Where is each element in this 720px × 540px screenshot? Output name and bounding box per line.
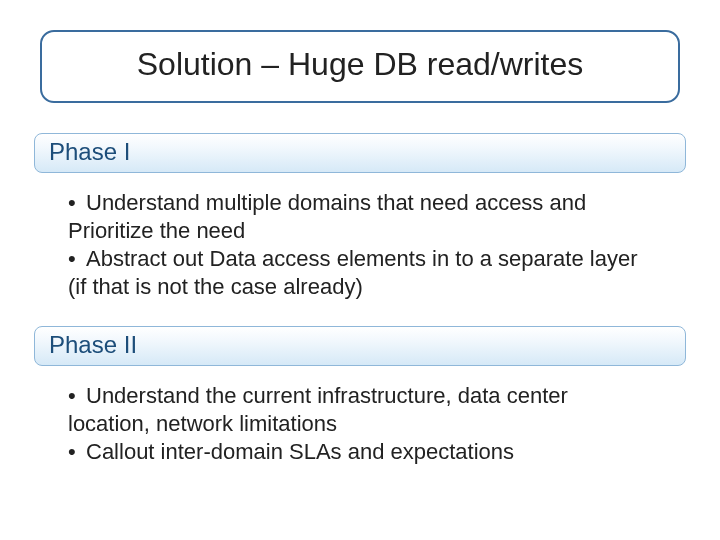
list-item: • Understand multiple domains that need … [68,189,670,217]
slide: Solution – Huge DB read/writes Phase I •… [0,0,720,540]
list-item: • Understand the current infrastructure,… [68,382,670,410]
bullet-icon: • [68,382,86,410]
section-body-phase-1: • Understand multiple domains that need … [68,189,670,302]
bullet-text: Understand the current infrastructure, d… [86,382,670,410]
bullet-text: Understand multiple domains that need ac… [86,189,670,217]
bullet-text: Callout inter-domain SLAs and expectatio… [86,438,670,466]
bullet-icon: • [68,245,86,273]
list-item: • Abstract out Data access elements in t… [68,245,670,273]
section-header-phase-1: Phase I [34,133,686,173]
bullet-continuation: (if that is not the case already) [68,273,670,301]
bullet-icon: • [68,189,86,217]
section-body-phase-2: • Understand the current infrastructure,… [68,382,670,466]
bullet-icon: • [68,438,86,466]
section-header-phase-2: Phase II [34,326,686,366]
title-box: Solution – Huge DB read/writes [40,30,680,103]
list-item: • Callout inter-domain SLAs and expectat… [68,438,670,466]
slide-title: Solution – Huge DB read/writes [62,46,658,83]
bullet-text: Abstract out Data access elements in to … [86,245,670,273]
bullet-continuation: Prioritize the need [68,217,670,245]
bullet-continuation: location, network limitations [68,410,670,438]
